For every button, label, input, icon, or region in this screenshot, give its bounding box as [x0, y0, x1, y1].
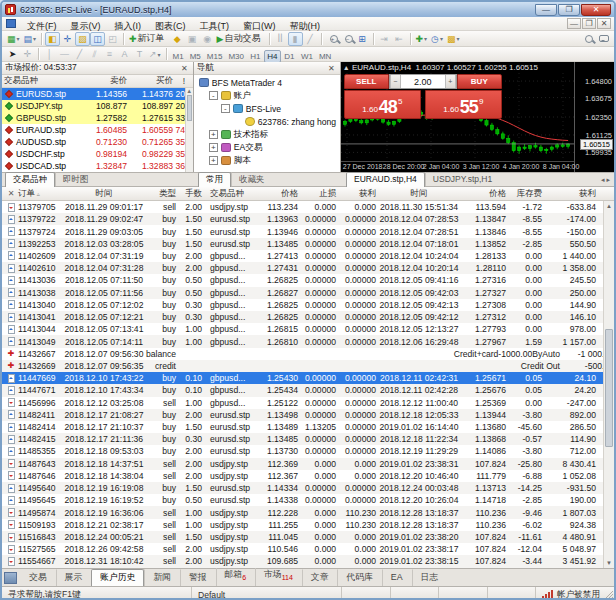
navigator-item[interactable]: -BFS-Live	[194, 102, 340, 115]
history-row[interactable]: 114853552018.12.18 09:53:03buy2.00eurusd…	[2, 445, 614, 457]
history-row[interactable]: ✚114326692018.12.07 09:56:35creditCredit…	[2, 360, 614, 372]
history-row[interactable]: 114956402018.12.19 16:19:08buy1.50eurusd…	[2, 482, 614, 494]
chat-icon[interactable]	[596, 32, 611, 46]
history-scrollbar[interactable]: ▲ ▼	[603, 201, 614, 568]
terminal-tab-3[interactable]: 新闻	[144, 569, 180, 586]
menu-item-6[interactable]: 帮助(H)	[283, 21, 328, 31]
crosshair-button[interactable]: ✛	[20, 47, 35, 61]
sell-button[interactable]: SELL	[344, 74, 389, 89]
zoom-in-button[interactable]: +	[325, 32, 340, 46]
history-col-1[interactable]: 时间	[62, 188, 146, 200]
market-watch-close-icon[interactable]: ✕	[179, 64, 190, 73]
menu-item-0[interactable]: 文件(F)	[20, 21, 64, 31]
history-col-0[interactable]: 订单 ▵	[18, 188, 62, 200]
history-row[interactable]: 113797242018.11.29 09:03:05buy1.50eurusd…	[2, 225, 614, 237]
history-row[interactable]: ✚114326672018.12.07 09:56:30balanceCredi…	[2, 348, 614, 360]
expert-disabled-button[interactable]: ◉	[200, 32, 215, 46]
strategy-tester-toggle[interactable]: ◰	[105, 32, 120, 46]
child-restore-button[interactable]: ❐	[582, 18, 596, 29]
terminal-tab-6[interactable]: 市场114	[255, 566, 302, 586]
history-row[interactable]: 114130412018.12.05 07:12:21buy0.30gbpusd…	[2, 311, 614, 323]
fibonacci-button[interactable]: ≡	[102, 47, 117, 61]
auto-trading-button[interactable]: ▶自动交易	[215, 32, 266, 46]
terminal-tab-1[interactable]: 展示	[56, 569, 92, 586]
history-col-3[interactable]: 手数	[176, 188, 202, 200]
history-row[interactable]: 114876432018.12.18 14:37:51sell2.00usdjp…	[2, 458, 614, 470]
menu-item-1[interactable]: 显示(V)	[64, 21, 108, 31]
history-row[interactable]: 114026102018.12.04 07:31:28buy2.00gbpusd…	[2, 262, 614, 274]
scroll-down-icon[interactable]: ▼	[604, 558, 614, 568]
history-row[interactable]: 115546672018.12.31 18:10:42sell2.00usdjp…	[2, 555, 614, 567]
terminal-tab-0[interactable]: 交易	[20, 569, 56, 586]
menu-item-5[interactable]: 窗口(W)	[236, 21, 283, 31]
market-watch-tab-0[interactable]: 交易品种	[5, 172, 55, 187]
history-row[interactable]: 115275652018.12.26 09:42:58sell2.00usdjp…	[2, 543, 614, 555]
menu-item-3[interactable]: 图表(C)	[148, 21, 193, 31]
terminal-toggle[interactable]: ◫	[90, 32, 105, 46]
terminal-tab-2[interactable]: 账户历史	[91, 569, 144, 586]
data-window-toggle[interactable]: ✛	[60, 32, 75, 46]
market-watch-row[interactable]: USDCAD.stp1.328471.3288336	[2, 160, 193, 172]
candlestick-chart-button[interactable]: ▮	[288, 32, 303, 46]
history-row[interactable]: 115168432018.12.24 00:05:21sell1.50usdjp…	[2, 531, 614, 543]
history-col-10[interactable]: 库存费	[506, 188, 542, 200]
terminal-tab-7[interactable]: 文章	[302, 569, 338, 586]
history-row[interactable]: 114824142018.12.17 21:10:37buy1.50eurusd…	[2, 421, 614, 433]
terminal-tab-4[interactable]: 警报	[180, 569, 216, 586]
time-scale[interactable]: 27 Dec 201828 Dec 20:002 Jan 04:003 Jan …	[341, 161, 574, 172]
zoom-out-button[interactable]: −	[340, 32, 355, 46]
history-col-9[interactable]: 价格	[462, 188, 506, 200]
tile-windows-button[interactable]: ⊞	[355, 32, 370, 46]
profiles-button[interactable]: ▤▾	[22, 32, 39, 46]
history-row[interactable]: 113797052018.11.29 09:01:17sell2.00usdjp…	[2, 201, 614, 213]
collapse-icon[interactable]: -	[221, 104, 230, 113]
history-row[interactable]: 114130442018.12.05 07:13:41buy1.00gbpusd…	[2, 323, 614, 335]
metaeditor-button[interactable]: ◆	[170, 32, 185, 46]
menu-item-2[interactable]: 插入(I)	[108, 21, 149, 31]
scroll-up-icon[interactable]: ▲	[604, 201, 614, 211]
history-col-5[interactable]: 价格	[254, 188, 298, 200]
history-row[interactable]: 114476692018.12.10 17:43:22buy0.10gbpusd…	[2, 372, 614, 384]
history-row[interactable]: 114569962018.12.12 03:25:08sell1.00gbpus…	[2, 397, 614, 409]
chart-tab-0[interactable]: EURAUD.stp,H4	[346, 172, 425, 187]
history-col-8[interactable]: 时间	[376, 188, 462, 200]
indicators-dropdown[interactable]: ✚▾	[414, 32, 430, 46]
templates-dropdown[interactable]: ▩▾	[445, 32, 462, 46]
collapse-icon[interactable]: -	[209, 91, 218, 100]
navigator-item[interactable]: 623786: zhang hong	[194, 115, 340, 128]
buy-button[interactable]: BUY	[457, 74, 502, 89]
scrollbar-thumb[interactable]	[605, 329, 613, 447]
volume-increase-icon[interactable]: +	[445, 75, 456, 88]
history-col-6[interactable]: 止损	[298, 188, 336, 200]
navigator-item[interactable]: BFS MetaTrader 4	[194, 76, 340, 89]
terminal-tab-9[interactable]: EA	[382, 569, 412, 586]
history-row[interactable]: 114026092018.12.04 07:31:19buy2.00gbpusd…	[2, 250, 614, 262]
navigator-item[interactable]: -账户	[194, 89, 340, 102]
expand-icon[interactable]: +	[209, 130, 218, 139]
new-chart-button[interactable]: ▦▾	[5, 32, 22, 46]
history-row[interactable]: 114130492018.12.05 07:14:11buy1.00gbpusd…	[2, 335, 614, 347]
navigator-tab-1[interactable]: 收藏夹	[231, 172, 273, 186]
expand-icon[interactable]: +	[209, 156, 218, 165]
channel-button[interactable]: ⫽	[87, 47, 102, 61]
market-watch-row[interactable]: EURAUD.stp1.604851.6055974	[2, 124, 193, 136]
history-row[interactable]: 114476712018.12.10 17:43:34buy0.10gbpusd…	[2, 384, 614, 396]
terminal-tab-10[interactable]: 日志	[412, 569, 448, 586]
volume-decrease-icon[interactable]: −	[390, 75, 401, 88]
new-order-button[interactable]: ✚新订单	[127, 32, 170, 46]
vertical-line-button[interactable]: │	[42, 47, 57, 61]
navigator-item[interactable]: +技术指标	[194, 128, 340, 141]
market-watch-row[interactable]: GBPUSD.stp1.275821.2761533	[2, 112, 193, 124]
history-row[interactable]: 114956452018.12.19 16:19:52buy0.50eurusd…	[2, 494, 614, 506]
history-col-2[interactable]: 类型	[146, 188, 176, 200]
history-row[interactable]: 113922532018.12.03 03:28:05buy1.50eurusd…	[2, 238, 614, 250]
terminal-tab-5[interactable]: 邮箱6	[216, 566, 256, 586]
history-row[interactable]: 114130362018.12.05 07:11:50buy0.50gbpusd…	[2, 274, 614, 286]
arrows-button[interactable]: ↗▾	[147, 47, 163, 61]
expert-properties-button[interactable]: ▣	[185, 32, 200, 46]
menu-item-4[interactable]: 工具(T)	[193, 21, 237, 31]
expand-icon[interactable]: +	[209, 143, 218, 152]
history-row[interactable]: 114824152018.12.17 21:11:36buy0.30eurusd…	[2, 433, 614, 445]
history-row[interactable]: 114130382018.12.05 07:11:56buy0.50gbpusd…	[2, 287, 614, 299]
volume-value[interactable]: 2.00	[401, 75, 445, 88]
